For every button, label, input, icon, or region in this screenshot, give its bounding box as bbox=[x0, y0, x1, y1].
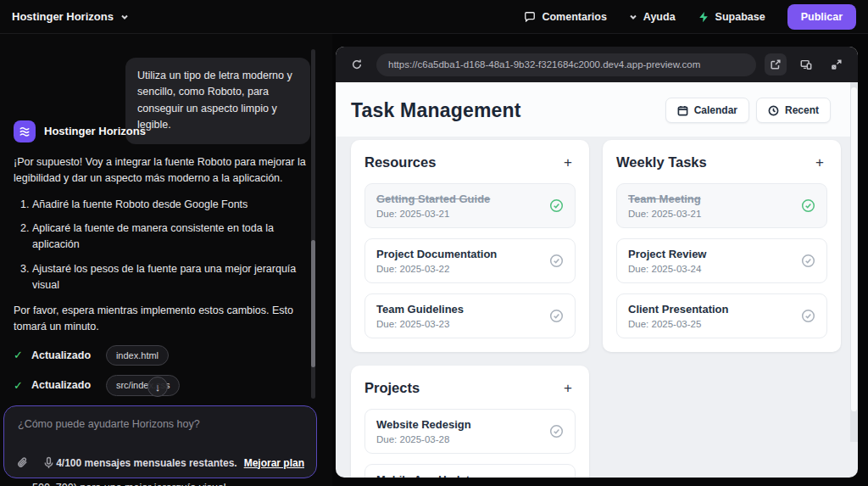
task-title: Mobile App Update bbox=[376, 473, 476, 478]
app-preview-panel: https://c6a5dba1-d168-48a1-9b32-f321684c… bbox=[336, 47, 858, 478]
attach-icon[interactable] bbox=[16, 456, 29, 469]
task-title: Website Redesign bbox=[376, 418, 471, 431]
check-icon: ✓ bbox=[14, 347, 23, 364]
task-title: Team Guidelines bbox=[376, 303, 464, 316]
task-item[interactable]: Mobile App Update Due: 2025-03-30 bbox=[364, 464, 576, 478]
calendar-button[interactable]: Calendar bbox=[665, 98, 749, 123]
preview-browser-bar: https://c6a5dba1-d168-48a1-9b32-f321684c… bbox=[336, 47, 858, 82]
preview-scrollbar-thumb[interactable] bbox=[851, 87, 857, 411]
supabase-label: Supabase bbox=[715, 11, 765, 23]
task-due: Due: 2025-03-28 bbox=[376, 434, 471, 444]
assistant-name: Hostinger Horizons bbox=[44, 123, 146, 140]
workspace-switcher[interactable]: Hostinger Horizons bbox=[12, 10, 129, 23]
task-item[interactable]: Getting Started Guide Due: 2025-03-21 bbox=[364, 183, 576, 228]
recent-button[interactable]: Recent bbox=[756, 98, 831, 123]
supabase-icon bbox=[698, 11, 709, 23]
task-item[interactable]: Team Guidelines Due: 2025-03-23 bbox=[364, 293, 576, 338]
task-title: Project Review bbox=[628, 248, 707, 260]
publish-button[interactable]: Publicar bbox=[787, 4, 856, 30]
comments-button[interactable]: Comentarios bbox=[524, 11, 606, 23]
chat-scrollbar-thumb[interactable] bbox=[311, 240, 315, 367]
plan-step: Ajustaré los pesos de la fuente para una… bbox=[32, 261, 307, 293]
clock-icon bbox=[768, 105, 779, 116]
task-check-icon[interactable] bbox=[801, 254, 815, 268]
section-title: Weekly Tasks bbox=[616, 154, 707, 170]
refresh-button[interactable] bbox=[346, 53, 368, 75]
calendar-icon bbox=[677, 105, 688, 116]
section-card-projects: Projects + Website Redesign Due: 2025-03… bbox=[351, 366, 589, 478]
task-title: Getting Started Guide bbox=[376, 193, 490, 205]
section-card-resources: Resources + Getting Started Guide Due: 2… bbox=[351, 140, 589, 352]
section-title: Projects bbox=[364, 380, 420, 396]
section-title: Resources bbox=[364, 154, 436, 170]
comments-label: Comentarios bbox=[542, 11, 606, 23]
add-task-button[interactable]: + bbox=[560, 379, 576, 397]
task-due: Due: 2025-03-22 bbox=[376, 264, 497, 274]
top-bar: Hostinger Horizons Comentarios Ayuda Sup… bbox=[0, 0, 868, 34]
help-label: Ayuda bbox=[643, 11, 676, 23]
task-title: Project Documentation bbox=[376, 248, 497, 260]
chevron-down-icon bbox=[120, 13, 129, 21]
update-status: Actualizado bbox=[31, 377, 97, 394]
task-due: Due: 2025-03-21 bbox=[628, 209, 701, 219]
task-check-icon[interactable] bbox=[801, 309, 815, 323]
plan-list: Añadiré la fuente Roboto desde Google Fo… bbox=[17, 197, 307, 293]
task-check-icon[interactable] bbox=[801, 198, 815, 213]
preview-url-input[interactable]: https://c6a5dba1-d168-48a1-9b32-f321684c… bbox=[376, 53, 756, 76]
preview-scrollbar[interactable] bbox=[850, 82, 858, 442]
composer-placeholder: ¿Cómo puede ayudarte Horizons hoy? bbox=[18, 418, 303, 430]
page-title: Task Management bbox=[351, 99, 521, 122]
plan-step: Aplicaré la fuente de manera consistente… bbox=[32, 221, 307, 253]
task-check-icon[interactable] bbox=[549, 309, 564, 323]
plan-step: Añadiré la fuente Roboto desde Google Fo… bbox=[32, 197, 307, 213]
comment-bubble-icon bbox=[524, 11, 536, 23]
help-menu[interactable]: Ayuda bbox=[629, 11, 676, 23]
chat-panel: Utiliza un tipo de letra moderno y senci… bbox=[0, 34, 332, 486]
task-title: Team Meeting bbox=[628, 193, 701, 205]
task-due: Due: 2025-03-23 bbox=[376, 319, 464, 329]
supabase-button[interactable]: Supabase bbox=[698, 11, 765, 23]
horizons-logo bbox=[14, 120, 36, 142]
file-pill[interactable]: index.html bbox=[106, 345, 169, 366]
workspace-title: Hostinger Horizons bbox=[12, 10, 114, 23]
task-item[interactable]: Team Meeting Due: 2025-03-21 bbox=[616, 183, 827, 228]
task-due: Due: 2025-03-24 bbox=[628, 264, 707, 274]
add-task-button[interactable]: + bbox=[560, 154, 576, 171]
task-check-icon[interactable] bbox=[549, 424, 564, 439]
check-icon: ✓ bbox=[14, 377, 23, 394]
open-external-button[interactable] bbox=[765, 53, 787, 75]
chat-scrollbar[interactable] bbox=[311, 49, 315, 399]
task-title: Client Presentation bbox=[628, 303, 728, 316]
section-card-weekly-tasks: Weekly Tasks + Team Meeting Due: 2025-03… bbox=[603, 140, 841, 352]
task-check-icon[interactable] bbox=[549, 254, 564, 268]
task-item[interactable]: Client Presentation Due: 2025-03-25 bbox=[616, 293, 827, 338]
device-toggle-button[interactable] bbox=[795, 53, 817, 75]
add-task-button[interactable]: + bbox=[812, 154, 827, 171]
microphone-icon[interactable] bbox=[42, 456, 55, 469]
recent-label: Recent bbox=[785, 104, 819, 116]
external-link-icon bbox=[770, 59, 782, 70]
fullscreen-button[interactable] bbox=[826, 53, 848, 75]
file-update-row: ✓ Actualizado index.html bbox=[14, 345, 307, 366]
task-check-icon[interactable] bbox=[549, 198, 564, 213]
task-item[interactable]: Website Redesign Due: 2025-03-28 bbox=[364, 409, 576, 454]
update-status: Actualizado bbox=[31, 348, 97, 364]
preview-app: Task Management Calendar Recent Resource… bbox=[336, 82, 858, 478]
task-due: Due: 2025-03-25 bbox=[628, 319, 728, 329]
devices-icon bbox=[800, 59, 812, 70]
waves-icon bbox=[18, 125, 31, 138]
calendar-label: Calendar bbox=[694, 104, 737, 116]
task-item[interactable]: Project Documentation Due: 2025-03-22 bbox=[364, 238, 576, 283]
task-due: Due: 2025-03-21 bbox=[376, 209, 490, 219]
task-item[interactable]: Project Review Due: 2025-03-24 bbox=[616, 238, 827, 283]
assistant-intro: ¡Por supuesto! Voy a integrar la fuente … bbox=[14, 154, 307, 187]
upgrade-plan-link[interactable]: Mejorar plan bbox=[244, 457, 304, 469]
message-composer[interactable]: ¿Cómo puede ayudarte Horizons hoy? 4/100… bbox=[3, 405, 317, 478]
scroll-to-bottom-button[interactable]: ↓ bbox=[147, 377, 168, 397]
quota-text: 4/100 mensajes mensuales restantes. bbox=[56, 457, 236, 469]
file-pill[interactable]: src/index.css bbox=[106, 375, 181, 396]
wait-text: Por favor, espera mientras implemento es… bbox=[14, 303, 307, 335]
chevron-down-icon bbox=[629, 13, 637, 21]
expand-icon bbox=[831, 59, 843, 70]
